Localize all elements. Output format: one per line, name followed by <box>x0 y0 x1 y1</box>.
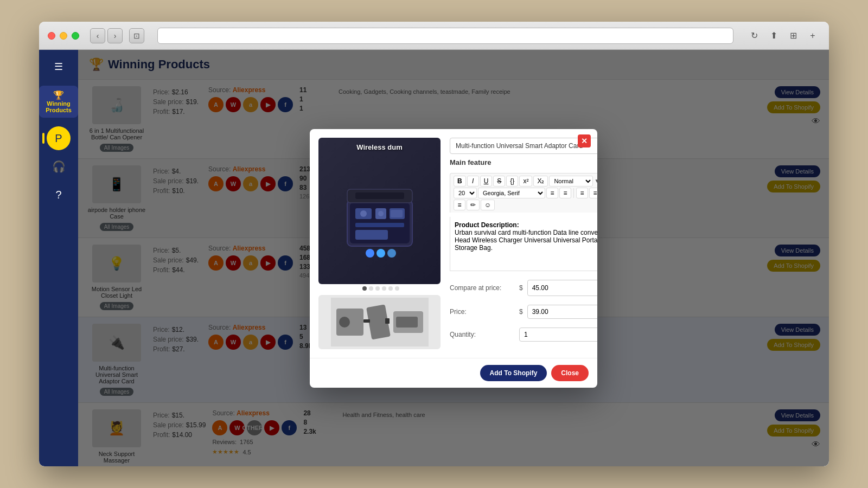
modal-add-shopify-button[interactable]: Add To Shopify <box>480 365 547 381</box>
toolbar-code[interactable]: {} <box>506 176 518 187</box>
logo-trophy-icon: 🏆 <box>53 90 64 100</box>
modal-close-footer-button[interactable]: Close <box>551 365 589 381</box>
modal-images-col: Wireless dum <box>318 138 443 349</box>
modal-dialog: ✕ Wireless dum <box>310 129 597 388</box>
dot-5[interactable] <box>388 286 393 291</box>
toolbar-bold[interactable]: B <box>454 176 466 187</box>
svg-rect-9 <box>391 210 403 217</box>
content-area: 🏆 Winning Products 🍶 6 in 1 Multifunctio… <box>78 50 829 466</box>
svg-rect-20 <box>396 317 418 328</box>
svg-rect-5 <box>355 223 404 227</box>
svg-rect-22 <box>385 318 390 324</box>
currency-prefix-compare: $ <box>519 284 523 292</box>
feature-label: Main feature <box>450 158 597 166</box>
toolbar-justify[interactable]: ≡ <box>454 200 465 210</box>
svg-point-13 <box>376 249 385 258</box>
compare-price-input[interactable] <box>528 281 597 294</box>
editor-content[interactable]: Product Description: Urban survival card… <box>450 217 597 271</box>
close-window-button[interactable] <box>48 32 55 40</box>
minimize-window-button[interactable] <box>60 32 67 40</box>
add-tab-icon[interactable]: + <box>805 28 820 43</box>
toolbar-dropdown-icon: ▼ <box>594 178 597 184</box>
toolbar-bullet-list[interactable]: ≡ <box>546 188 558 198</box>
url-bar[interactable] <box>157 28 733 44</box>
dot-1[interactable] <box>362 286 367 291</box>
dot-2[interactable] <box>369 286 373 291</box>
sidebar-toggle-button[interactable]: ⊡ <box>129 28 144 43</box>
toolbar-subscript[interactable]: X₂ <box>533 176 548 187</box>
toolbar-align-left[interactable]: ≡ <box>576 188 588 198</box>
modal-image-label: Wireless dum <box>356 143 402 151</box>
forward-button[interactable]: › <box>107 28 123 43</box>
modal-main-image: Wireless dum <box>318 138 441 284</box>
toolbar-align-center[interactable]: ≡ <box>589 188 597 198</box>
toolbar-underline[interactable]: U <box>480 176 493 187</box>
modal-body: Wireless dum <box>310 129 597 358</box>
compare-price-row: Compare at price: $ ▲ ▼ <box>450 280 597 296</box>
modal-close-button[interactable]: ✕ <box>578 134 591 147</box>
description-heading: Product Description: <box>455 221 519 229</box>
toolbar-format-select[interactable]: Normal Heading 1 Heading 2 <box>549 176 593 187</box>
share-icon[interactable]: ⬆ <box>766 28 781 43</box>
modal-image-dots <box>318 286 443 291</box>
editor-toolbar: B I U S {} x² X₂ Normal Heading 1 <box>450 173 597 213</box>
hamburger-icon[interactable]: ☰ <box>54 61 63 73</box>
back-button[interactable]: ‹ <box>90 28 105 43</box>
toolbar-fontfamily-select[interactable]: Georgia, Serif Arial Times New Roman <box>478 188 545 198</box>
sidebar: ☰ 🏆 Winning Products P 🎧 ? <box>39 50 78 466</box>
sidebar-item-headphones[interactable]: 🎧 <box>47 155 71 178</box>
quantity-row: Quantity: <box>450 328 597 342</box>
maximize-window-button[interactable] <box>72 32 79 40</box>
dot-6[interactable] <box>395 286 399 291</box>
refresh-icon[interactable]: ↻ <box>746 28 762 43</box>
compare-price-input-wrap: ▲ ▼ <box>527 280 597 296</box>
dot-4[interactable] <box>382 286 386 291</box>
svg-point-7 <box>360 210 367 217</box>
toolbar-superscript[interactable]: x² <box>519 176 532 187</box>
price-field-label: Price: <box>450 308 515 316</box>
quantity-label: Quantity: <box>450 331 515 338</box>
svg-point-19 <box>339 317 350 328</box>
toolbar-number-list[interactable]: ≡ <box>559 188 571 198</box>
sidebar-item-products[interactable]: P <box>47 126 71 150</box>
toolbar-pencil[interactable]: ✏ <box>467 200 480 210</box>
product-svg-illustration <box>336 173 423 260</box>
quantity-input[interactable] <box>519 328 597 342</box>
svg-rect-6 <box>355 230 388 240</box>
modal-title-input[interactable] <box>450 138 597 154</box>
modal-right-panel: Main feature B I U S {} x² X₂ <box>450 138 597 349</box>
toolbar-italic[interactable]: I <box>467 176 479 187</box>
price-row: Price: $ <box>450 305 597 319</box>
modal-second-image <box>318 295 441 349</box>
svg-point-8 <box>378 211 384 216</box>
svg-point-14 <box>387 249 396 258</box>
modal-footer: Add To Shopify Close <box>310 358 597 388</box>
dot-3[interactable] <box>375 286 380 291</box>
svg-point-12 <box>366 249 374 258</box>
svg-rect-11 <box>355 192 404 199</box>
compare-price-label: Compare at price: <box>450 284 515 292</box>
toolbar-divider-2 <box>573 188 574 198</box>
price-field-input[interactable] <box>527 305 597 319</box>
modal-content-row: Wireless dum <box>318 138 589 349</box>
sidebar-item-help[interactable]: ? <box>47 183 71 207</box>
app-logo: 🏆 Winning Products <box>39 86 78 118</box>
currency-prefix-price: $ <box>519 308 523 316</box>
toolbar-emoji[interactable]: ☺ <box>481 200 495 210</box>
toolbar-strikethrough[interactable]: S <box>493 176 505 187</box>
description-body: Urban survival card multi-function Data … <box>455 229 597 252</box>
app-title: Winning Products <box>46 100 72 113</box>
grid-icon[interactable]: ⊞ <box>786 28 801 43</box>
toolbar-fontsize-select[interactable]: 20 12 14 16 18 <box>454 188 477 198</box>
svg-rect-21 <box>363 319 370 323</box>
product-svg-2 <box>331 298 429 346</box>
titlebar: ‹ › ⊡ ↻ ⬆ ⊞ + <box>39 22 829 50</box>
modal-overlay[interactable]: ✕ Wireless dum <box>78 50 829 466</box>
